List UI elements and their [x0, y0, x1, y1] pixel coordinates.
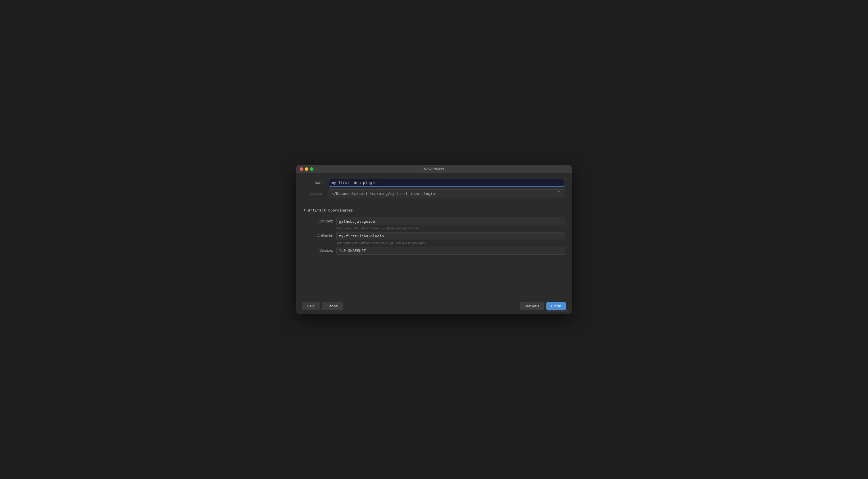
name-row: Name:	[303, 179, 565, 187]
group-id-field-wrap: The name of the artifact group, usually …	[336, 218, 565, 230]
traffic-lights	[300, 167, 313, 171]
artifact-id-row: ArtifactId: The name of the artifact wit…	[308, 232, 565, 245]
footer-left: Help Cancel	[302, 302, 343, 310]
version-row: Version:	[308, 247, 565, 255]
artifact-id-hint: The name of the artifact within the grou…	[336, 241, 565, 245]
artifact-section: GroupId: The name of the artifact group,…	[308, 218, 565, 257]
dialog-content: Name: Location: ~/Documents/self-learnin…	[296, 173, 572, 298]
dialog-footer: Help Cancel Previous Finish	[296, 298, 572, 314]
location-row: Location: ~/Documents/self-learning/my-f…	[303, 189, 565, 198]
group-id-input[interactable]	[336, 218, 565, 225]
artifact-id-label: ArtifactId:	[308, 232, 336, 238]
close-button[interactable]	[300, 167, 303, 171]
location-label: Location:	[303, 191, 329, 196]
artifact-section-header: ▼ Artifact Coordinates	[303, 206, 565, 214]
group-id-hint: The name of the artifact group, usually …	[336, 226, 565, 230]
spacer	[303, 257, 565, 292]
version-label: Version:	[308, 247, 336, 253]
artifact-coordinates-title: Artifact Coordinates	[308, 208, 353, 212]
artifact-id-input[interactable]	[336, 232, 565, 240]
folder-icon[interactable]	[558, 191, 562, 196]
artifact-id-field-wrap: The name of the artifact within the grou…	[336, 232, 565, 245]
minimize-button[interactable]	[305, 167, 308, 171]
title-bar: New Project	[296, 165, 572, 173]
maximize-button[interactable]	[310, 167, 313, 171]
name-input[interactable]	[329, 179, 565, 187]
group-id-row: GroupId: The name of the artifact group,…	[308, 218, 565, 230]
version-field-wrap	[336, 247, 565, 255]
version-input[interactable]	[336, 247, 565, 255]
new-project-dialog: New Project Name: Location: ~/Documents/…	[296, 165, 572, 314]
help-button[interactable]: Help	[302, 302, 319, 310]
watermark: ©程序员技术社区	[547, 309, 569, 313]
cancel-button[interactable]: Cancel	[322, 302, 343, 310]
name-label: Name:	[303, 181, 329, 185]
location-input-wrapper: ~/Documents/self-learning/my-first-idea-…	[329, 189, 565, 198]
window-title: New Project	[424, 167, 444, 171]
group-id-label: GroupId:	[308, 218, 336, 223]
section-toggle-icon[interactable]: ▼	[303, 209, 306, 212]
location-value: ~/Documents/self-learning/my-first-idea-…	[332, 191, 555, 196]
previous-button[interactable]: Previous	[520, 302, 544, 310]
